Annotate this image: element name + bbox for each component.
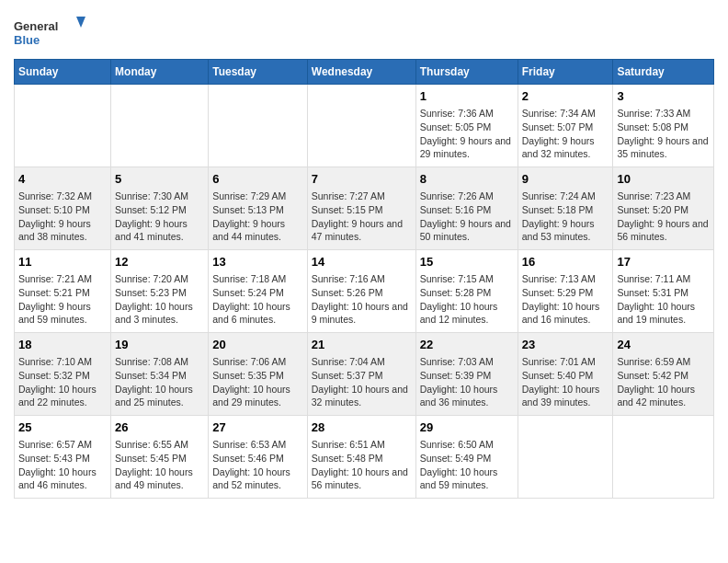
header-thursday: Thursday [415, 60, 518, 85]
day-info: Sunrise: 7:29 AMSunset: 5:13 PMDaylight:… [212, 190, 303, 244]
day-number: 19 [115, 337, 204, 353]
day-number: 21 [312, 337, 412, 353]
calendar-cell: 22Sunrise: 7:03 AMSunset: 5:39 PMDayligh… [415, 333, 518, 416]
day-number: 22 [420, 337, 514, 353]
svg-marker-2 [76, 17, 85, 28]
calendar-cell: 3Sunrise: 7:33 AMSunset: 5:08 PMDaylight… [613, 85, 714, 167]
header-tuesday: Tuesday [209, 60, 308, 85]
day-info: Sunrise: 7:32 AMSunset: 5:10 PMDaylight:… [18, 190, 107, 244]
day-number: 23 [522, 337, 609, 353]
day-number: 9 [522, 171, 609, 188]
calendar-cell [518, 416, 613, 499]
day-number: 4 [18, 171, 107, 188]
day-info: Sunrise: 7:16 AMSunset: 5:26 PMDaylight:… [312, 272, 412, 327]
day-info: Sunrise: 6:57 AMSunset: 5:43 PMDaylight:… [18, 438, 107, 492]
day-info: Sunrise: 7:26 AMSunset: 5:16 PMDaylight:… [420, 190, 514, 244]
svg-text:Blue: Blue [14, 33, 40, 47]
day-number: 18 [18, 337, 107, 353]
day-number: 6 [212, 171, 303, 188]
calendar-body: 1Sunrise: 7:36 AMSunset: 5:05 PMDaylight… [15, 85, 714, 499]
calendar-cell [111, 85, 209, 167]
header-wednesday: Wednesday [307, 60, 415, 85]
calendar-cell: 23Sunrise: 7:01 AMSunset: 5:40 PMDayligh… [518, 333, 613, 416]
day-info: Sunrise: 7:06 AMSunset: 5:35 PMDaylight:… [212, 355, 303, 409]
calendar-cell: 20Sunrise: 7:06 AMSunset: 5:35 PMDayligh… [209, 333, 308, 416]
week-row-4: 18Sunrise: 7:10 AMSunset: 5:32 PMDayligh… [15, 333, 714, 416]
day-info: Sunrise: 6:59 AMSunset: 5:42 PMDaylight:… [617, 355, 710, 409]
calendar-cell [307, 85, 415, 167]
day-info: Sunrise: 6:55 AMSunset: 5:45 PMDaylight:… [115, 438, 204, 492]
calendar-cell: 25Sunrise: 6:57 AMSunset: 5:43 PMDayligh… [15, 416, 111, 499]
day-info: Sunrise: 7:15 AMSunset: 5:28 PMDaylight:… [420, 272, 514, 327]
day-info: Sunrise: 7:21 AMSunset: 5:21 PMDaylight:… [18, 272, 107, 327]
day-number: 7 [312, 171, 412, 188]
calendar-cell: 28Sunrise: 6:51 AMSunset: 5:48 PMDayligh… [307, 416, 415, 499]
day-number: 29 [420, 419, 514, 436]
day-info: Sunrise: 6:53 AMSunset: 5:46 PMDaylight:… [212, 438, 303, 492]
day-info: Sunrise: 7:24 AMSunset: 5:18 PMDaylight:… [522, 190, 609, 244]
calendar-cell: 12Sunrise: 7:20 AMSunset: 5:23 PMDayligh… [111, 250, 209, 333]
day-number: 12 [115, 254, 204, 270]
calendar-cell: 5Sunrise: 7:30 AMSunset: 5:12 PMDaylight… [111, 167, 209, 250]
calendar-cell: 2Sunrise: 7:34 AMSunset: 5:07 PMDaylight… [518, 85, 613, 167]
header: General Blue [14, 9, 714, 52]
calendar-cell: 15Sunrise: 7:15 AMSunset: 5:28 PMDayligh… [415, 250, 518, 333]
calendar-cell [613, 416, 714, 499]
calendar-cell: 21Sunrise: 7:04 AMSunset: 5:37 PMDayligh… [307, 333, 415, 416]
day-number: 16 [522, 254, 609, 270]
day-info: Sunrise: 7:13 AMSunset: 5:29 PMDaylight:… [522, 272, 609, 327]
day-info: Sunrise: 6:51 AMSunset: 5:48 PMDaylight:… [312, 438, 412, 492]
day-info: Sunrise: 7:11 AMSunset: 5:31 PMDaylight:… [617, 272, 710, 327]
calendar-header: SundayMondayTuesdayWednesdayThursdayFrid… [15, 60, 714, 85]
day-number: 1 [420, 88, 514, 105]
calendar-cell: 11Sunrise: 7:21 AMSunset: 5:21 PMDayligh… [15, 250, 111, 333]
header-friday: Friday [518, 60, 613, 85]
day-info: Sunrise: 7:10 AMSunset: 5:32 PMDaylight:… [18, 355, 107, 409]
day-info: Sunrise: 7:20 AMSunset: 5:23 PMDaylight:… [115, 272, 204, 327]
calendar-cell: 10Sunrise: 7:23 AMSunset: 5:20 PMDayligh… [613, 167, 714, 250]
calendar-cell: 13Sunrise: 7:18 AMSunset: 5:24 PMDayligh… [209, 250, 308, 333]
day-info: Sunrise: 7:34 AMSunset: 5:07 PMDaylight:… [522, 107, 609, 161]
calendar-cell: 6Sunrise: 7:29 AMSunset: 5:13 PMDaylight… [209, 167, 308, 250]
day-number: 14 [312, 254, 412, 270]
logo-svg: General Blue [14, 15, 87, 52]
calendar-cell [15, 85, 111, 167]
calendar-cell: 7Sunrise: 7:27 AMSunset: 5:15 PMDaylight… [307, 167, 415, 250]
header-sunday: Sunday [15, 60, 111, 85]
day-number: 20 [212, 337, 303, 353]
week-row-1: 1Sunrise: 7:36 AMSunset: 5:05 PMDaylight… [15, 85, 714, 167]
day-number: 15 [420, 254, 514, 270]
calendar-cell: 19Sunrise: 7:08 AMSunset: 5:34 PMDayligh… [111, 333, 209, 416]
day-number: 3 [617, 88, 710, 105]
day-number: 27 [212, 419, 303, 436]
day-number: 10 [617, 171, 710, 188]
day-number: 17 [617, 254, 710, 270]
calendar-cell [209, 85, 308, 167]
day-number: 8 [420, 171, 514, 188]
calendar-cell: 24Sunrise: 6:59 AMSunset: 5:42 PMDayligh… [613, 333, 714, 416]
week-row-2: 4Sunrise: 7:32 AMSunset: 5:10 PMDaylight… [15, 167, 714, 250]
calendar-cell: 17Sunrise: 7:11 AMSunset: 5:31 PMDayligh… [613, 250, 714, 333]
day-info: Sunrise: 7:08 AMSunset: 5:34 PMDaylight:… [115, 355, 204, 409]
week-row-3: 11Sunrise: 7:21 AMSunset: 5:21 PMDayligh… [15, 250, 714, 333]
day-number: 25 [18, 419, 107, 436]
day-info: Sunrise: 7:30 AMSunset: 5:12 PMDaylight:… [115, 190, 204, 244]
day-info: Sunrise: 7:03 AMSunset: 5:39 PMDaylight:… [420, 355, 514, 409]
day-number: 11 [18, 254, 107, 270]
day-info: Sunrise: 7:18 AMSunset: 5:24 PMDaylight:… [212, 272, 303, 327]
day-number: 26 [115, 419, 204, 436]
header-row: SundayMondayTuesdayWednesdayThursdayFrid… [15, 60, 714, 85]
day-number: 28 [312, 419, 412, 436]
day-number: 5 [115, 171, 204, 188]
calendar-cell: 26Sunrise: 6:55 AMSunset: 5:45 PMDayligh… [111, 416, 209, 499]
header-saturday: Saturday [613, 60, 714, 85]
day-number: 2 [522, 88, 609, 105]
week-row-5: 25Sunrise: 6:57 AMSunset: 5:43 PMDayligh… [15, 416, 714, 499]
svg-text:General: General [14, 19, 58, 33]
day-info: Sunrise: 6:50 AMSunset: 5:49 PMDaylight:… [420, 438, 514, 492]
day-number: 13 [212, 254, 303, 270]
calendar-cell: 14Sunrise: 7:16 AMSunset: 5:26 PMDayligh… [307, 250, 415, 333]
day-info: Sunrise: 7:01 AMSunset: 5:40 PMDaylight:… [522, 355, 609, 409]
calendar-cell: 16Sunrise: 7:13 AMSunset: 5:29 PMDayligh… [518, 250, 613, 333]
calendar-cell: 9Sunrise: 7:24 AMSunset: 5:18 PMDaylight… [518, 167, 613, 250]
